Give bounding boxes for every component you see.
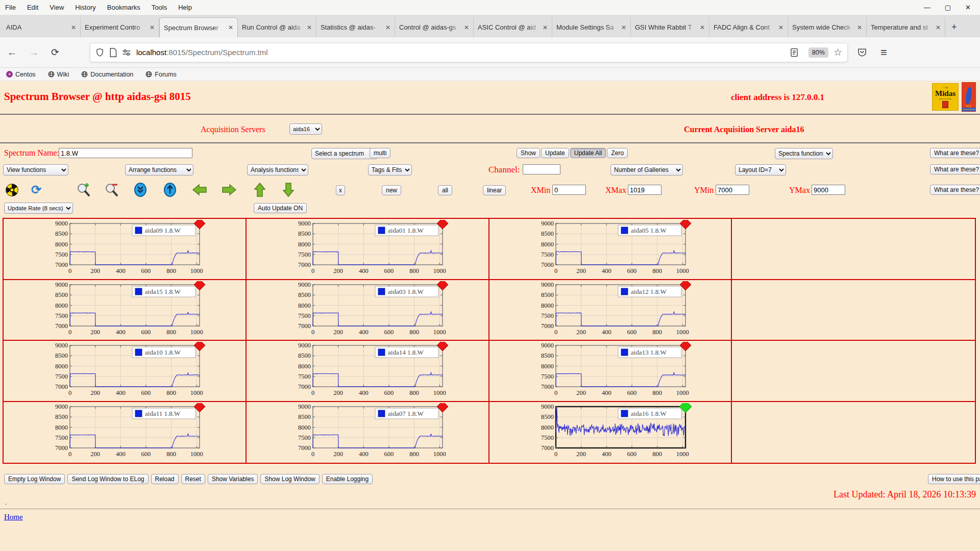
show-variables-button[interactable]: Show Variables — [208, 474, 258, 484]
spectrum-chart[interactable]: 0200400600800100070007500800085009000aid… — [290, 220, 449, 278]
tab-close-icon[interactable]: ✕ — [700, 24, 705, 31]
bookmark-wiki[interactable]: Wiki — [48, 71, 69, 78]
browser-tab-fadc-align-cont[interactable]: FADC Align & Cont✕ — [709, 17, 788, 37]
spectrum-panel-aida16[interactable]: 0200400600800100070007500800085009000aid… — [489, 402, 732, 463]
ymin-input[interactable] — [716, 185, 749, 195]
view-functions-dropdown[interactable]: View functions — [3, 164, 68, 176]
layout-id-dropdown[interactable]: Layout ID=7 — [735, 164, 786, 176]
spectrum-panel-aida14[interactable]: 0200400600800100070007500800085009000aid… — [247, 341, 489, 402]
browser-tab-temperature-and-st[interactable]: Temperature and st✕ — [867, 17, 945, 37]
browser-tab-aida[interactable]: AIDA✕ — [2, 17, 81, 37]
zero-button[interactable]: Zero — [607, 148, 628, 158]
spectrum-chart[interactable]: 0200400600800100070007500800085009000aid… — [290, 403, 449, 461]
show-button[interactable]: Show — [517, 148, 540, 158]
spectrum-chart[interactable]: 0200400600800100070007500800085009000aid… — [290, 281, 449, 339]
all-button[interactable]: all — [438, 185, 452, 195]
browser-tab-statistics-aidas-[interactable]: Statistics @ aidas-✕ — [316, 17, 395, 37]
tab-close-icon[interactable]: ✕ — [778, 24, 783, 31]
reset-button[interactable]: Reset — [181, 474, 205, 484]
midas-logo[interactable]: ◠ ⛨ Midas powered by — [932, 83, 959, 111]
spectrum-panel-aida09[interactable]: 0200400600800100070007500800085009000aid… — [4, 219, 247, 280]
browser-tab-system-wide-check[interactable]: System wide Check✕ — [788, 17, 867, 37]
tab-close-icon[interactable]: ✕ — [385, 24, 390, 31]
bookmark-star-icon[interactable]: ☆ — [834, 46, 842, 58]
update-rate-dropdown[interactable]: Update Rate (8 secs) — [4, 203, 73, 214]
spectrum-panel-aida07[interactable]: 0200400600800100070007500800085009000aid… — [247, 402, 489, 463]
tab-close-icon[interactable]: ✕ — [543, 24, 548, 31]
zoom-in-icon[interactable] — [76, 182, 91, 197]
url-text[interactable]: localhost:8015/Spectrum/Spectrum.tml — [136, 48, 790, 57]
spectrum-name-input[interactable] — [59, 148, 192, 158]
spectrum-chart[interactable]: 0200400600800100070007500800085009000aid… — [47, 220, 206, 278]
tab-close-icon[interactable]: ✕ — [307, 24, 312, 31]
menu-help[interactable]: Help — [178, 4, 192, 11]
what-are-these-button-1[interactable]: What are these? — [930, 148, 980, 158]
browser-tab-experiment-contro[interactable]: Experiment Contro✕ — [81, 17, 159, 37]
spectra-functions-dropdown[interactable]: Spectra functions — [775, 148, 833, 159]
show-log-window-button[interactable]: Show Log Window — [260, 474, 319, 484]
x-axis-button[interactable]: x — [336, 185, 345, 195]
spectrum-chart[interactable]: 0200400600800100070007500800085009000aid… — [533, 281, 692, 339]
auto-update-button[interactable]: Auto Update ON — [254, 203, 307, 213]
menu-history[interactable]: History — [75, 4, 95, 11]
tab-close-icon[interactable]: ✕ — [71, 24, 76, 31]
reload-icon[interactable]: ⟳ — [51, 46, 59, 58]
pocket-icon[interactable] — [857, 47, 867, 57]
what-are-these-button-2[interactable]: What are these? — [930, 164, 980, 174]
reader-mode-icon[interactable] — [790, 48, 798, 57]
browser-tab-gsi-white-rabbit-t[interactable]: GSI White Rabbit T✕ — [631, 17, 709, 37]
bookmark-centos[interactable]: Centos — [6, 71, 36, 78]
pan-up-icon[interactable] — [252, 182, 267, 197]
spectrum-panel-aida15[interactable]: 0200400600800100070007500800085009000aid… — [4, 280, 247, 341]
multi-button[interactable]: multi — [370, 148, 390, 158]
radiation-icon[interactable] — [4, 182, 19, 197]
channel-input[interactable] — [523, 164, 560, 174]
url-bar[interactable]: localhost:8015/Spectrum/Spectrum.tml 80%… — [90, 43, 848, 62]
tab-close-icon[interactable]: ✕ — [464, 24, 469, 31]
home-link[interactable]: Home — [4, 513, 23, 521]
menu-file[interactable]: File — [5, 4, 16, 11]
new-button[interactable]: new — [382, 185, 401, 195]
how-to-use-button[interactable]: How to use this page — [928, 474, 980, 484]
menu-view[interactable]: View — [50, 4, 64, 11]
shrink-y-icon[interactable] — [133, 182, 148, 197]
window-minimize-icon[interactable]: — — [924, 4, 930, 11]
empty-log-window-button[interactable]: Empty Log Window — [4, 474, 65, 484]
new-tab-button[interactable]: + — [945, 17, 963, 37]
spectrum-panel-aida05[interactable]: 0200400600800100070007500800085009000aid… — [489, 219, 732, 280]
zoom-out-icon[interactable] — [104, 182, 119, 197]
spectrum-chart[interactable]: 0200400600800100070007500800085009000aid… — [533, 220, 692, 278]
select-spectrum-dropdown[interactable]: Select a spectrum — [311, 148, 378, 159]
update-button[interactable]: Update — [541, 148, 569, 158]
pan-down-icon[interactable] — [281, 182, 296, 197]
zoom-level-badge[interactable]: 80% — [808, 47, 828, 58]
browser-tab-asic-control-aid[interactable]: ASIC Control @ aid✕ — [474, 17, 552, 37]
enable-logging-button[interactable]: Enable Logging — [322, 474, 373, 484]
permissions-icon[interactable] — [122, 49, 131, 56]
spectrum-chart[interactable]: 0200400600800100070007500800085009000aid… — [47, 403, 206, 461]
spectrum-panel-aida01[interactable]: 0200400600800100070007500800085009000aid… — [247, 219, 489, 280]
pan-right-icon[interactable] — [222, 182, 237, 197]
page-icon[interactable] — [109, 48, 117, 57]
arrange-functions-dropdown[interactable]: Arrange functions — [125, 164, 193, 176]
forward-icon[interactable]: → — [29, 47, 39, 58]
reload-button[interactable]: Reload — [151, 474, 179, 484]
tcl-powered-logo[interactable]: TCL POWERED — [962, 82, 976, 112]
browser-tab-spectrum-browser[interactable]: Spectrum Browser✕ — [159, 17, 238, 37]
tab-close-icon[interactable]: ✕ — [621, 24, 626, 31]
pan-left-icon[interactable] — [192, 182, 207, 197]
xmax-input[interactable] — [628, 185, 662, 195]
update-all-button[interactable]: Update All — [570, 148, 606, 158]
tab-close-icon[interactable]: ✕ — [936, 24, 941, 31]
linear-button[interactable]: linear — [483, 185, 506, 195]
spectrum-chart[interactable]: 0200400600800100070007500800085009000aid… — [533, 403, 692, 461]
acquisition-server-select[interactable]: aida16 — [289, 123, 322, 135]
spectrum-panel-aida12[interactable]: 0200400600800100070007500800085009000aid… — [489, 280, 732, 341]
xmin-input[interactable] — [552, 185, 586, 195]
tab-close-icon[interactable]: ✕ — [857, 24, 862, 31]
shield-icon[interactable] — [95, 47, 104, 57]
window-close-icon[interactable]: ✕ — [965, 4, 971, 11]
menu-tools[interactable]: Tools — [152, 4, 167, 11]
spectrum-chart[interactable]: 0200400600800100070007500800085009000aid… — [290, 342, 449, 400]
spectrum-chart[interactable]: 0200400600800100070007500800085009000aid… — [47, 281, 206, 339]
